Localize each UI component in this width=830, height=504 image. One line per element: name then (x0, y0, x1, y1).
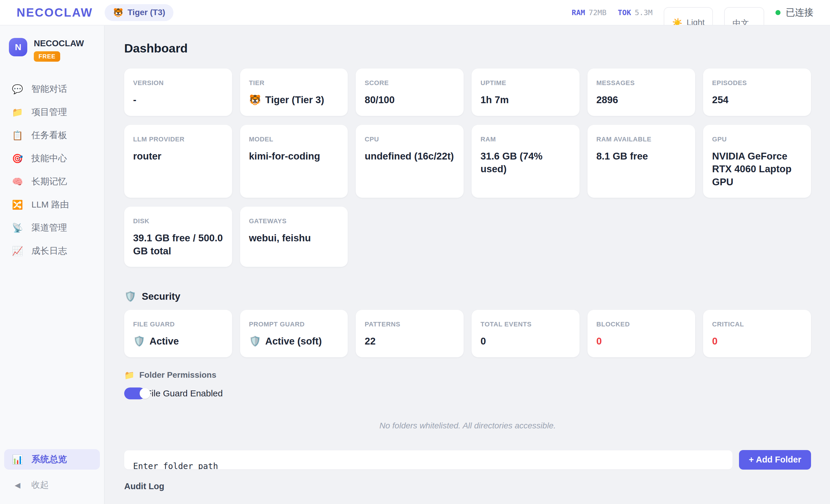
file-guard-toggle-label: File Guard Enabled (146, 388, 223, 399)
stat-card-value-text: Tiger (Tier 3) (265, 93, 324, 106)
security-heading-label: Security (142, 291, 180, 302)
stat-card-gateways: GATEWAYSwebui, feishu (240, 207, 348, 267)
stat-card-prompt-guard: PROMPT GUARD🛡️Active (soft) (240, 310, 348, 357)
stat-card-value-text: 0 (597, 335, 602, 348)
stat-card-value-text: 0 (712, 335, 717, 348)
stat-card-value-text: undefined (16c/22t) (364, 150, 454, 163)
stat-card-episodes: EPISODES254 (703, 68, 811, 116)
stat-card-label: BLOCKED (597, 320, 687, 328)
sidebar-item-label: 长期记忆 (31, 176, 67, 188)
stat-card-value: kimi-for-coding (249, 150, 339, 163)
stat-card-value: 0 (597, 335, 687, 348)
theme-select[interactable]: ☀️ Light (664, 7, 713, 26)
stat-card-file-guard: FILE GUARD🛡️Active (124, 310, 232, 357)
stat-card-value-text: 0 (480, 335, 486, 348)
stat-card-uptime: UPTIME1h 7m (472, 68, 579, 116)
stat-card-value: router (133, 150, 223, 163)
sidebar-item-label: 技能中心 (31, 152, 67, 164)
tiger-icon: 🐯 (249, 93, 261, 106)
stat-card-patterns: PATTERNS22 (356, 310, 464, 357)
sidebar-item-label: 任务看板 (31, 129, 67, 141)
stat-card-messages: MESSAGES2896 (587, 68, 695, 116)
bar-chart-icon: 📊 (11, 454, 24, 465)
connection-status-label: 已连接 (786, 6, 813, 19)
stat-card-value-text: - (133, 93, 136, 106)
avatar: N (9, 38, 27, 56)
sidebar-item-[interactable]: 📋任务看板 (4, 125, 100, 146)
sidebar-item-[interactable]: 💬智能对话 (4, 79, 100, 99)
chart-up-icon: 📈 (11, 246, 24, 256)
stat-card-value-text: 31.6 GB (74% used) (480, 150, 571, 176)
main-content: Dashboard VERSION-TIER🐯Tiger (Tier 3)SCO… (105, 26, 830, 504)
stat-card-disk: DISK39.1 GB free / 500.0 GB total (124, 207, 232, 267)
sidebar-item-system-overview[interactable]: 📊 系统总览 (4, 449, 100, 470)
folder-permissions-heading-label: Folder Permissions (139, 370, 216, 380)
ram-metric-value: 72MB (589, 8, 606, 17)
stat-card-value-text: 22 (364, 335, 376, 348)
stats-grid: VERSION-TIER🐯Tiger (Tier 3)SCORE80/100UP… (124, 68, 811, 267)
sidebar-collapse-button[interactable]: ◀ 收起 (4, 474, 100, 496)
stat-card-value-text: 254 (712, 93, 728, 106)
stat-card-value: 80/100 (364, 93, 455, 106)
stat-card-label: DISK (133, 217, 223, 225)
audit-log-heading: Audit Log (124, 481, 811, 491)
stat-card-label: FILE GUARD (133, 320, 223, 328)
sidebar-item-llm[interactable]: 🔀LLM 路由 (4, 194, 100, 215)
language-select-value: 中文 (732, 18, 749, 26)
sidebar-item-[interactable]: 🎯技能中心 (4, 148, 100, 169)
sidebar-item-[interactable]: 📈成长日志 (4, 241, 100, 261)
chat-bubble-icon: 💬 (11, 84, 24, 94)
top-bar-left: NECOCLAW 🐯 Tiger (T3) (17, 4, 173, 21)
sidebar-nav: 💬智能对话📁项目管理📋任务看板🎯技能中心🧠长期记忆🔀LLM 路由📡渠道管理📈成长… (4, 79, 100, 261)
file-guard-toggle[interactable] (124, 387, 146, 399)
stat-card-label: EPISODES (712, 79, 802, 87)
security-stats-grid: FILE GUARD🛡️ActivePROMPT GUARD🛡️Active (… (124, 310, 811, 357)
stat-card-label: PROMPT GUARD (249, 320, 339, 328)
sidebar-bottom: 📊 系统总览 ◀ 收起 (4, 449, 100, 496)
clipboard-icon: 📋 (11, 130, 24, 140)
app-logo: NECOCLAW (17, 6, 93, 19)
stat-card-value: 8.1 GB free (597, 150, 687, 163)
token-metric-label: TOK (618, 8, 631, 17)
stat-card-model: MODELkimi-for-coding (240, 125, 348, 198)
stat-card-label: LLM PROVIDER (133, 135, 223, 143)
stat-card-cpu: CPUundefined (16c/22t) (356, 125, 464, 198)
stat-card-value: 🐯Tiger (Tier 3) (249, 93, 339, 106)
sidebar-item-[interactable]: 📡渠道管理 (4, 218, 100, 238)
stat-card-critical: CRITICAL0 (703, 310, 811, 357)
stat-card-value: 1h 7m (480, 93, 571, 106)
stat-card-value: 2896 (597, 93, 687, 106)
stat-card-value-text: router (133, 150, 161, 163)
stat-card-value-text: 2896 (597, 93, 618, 106)
stat-card-value-text: 39.1 GB free / 500.0 GB total (133, 231, 223, 257)
brain-icon: 🧠 (11, 177, 24, 187)
stat-card-label: GATEWAYS (249, 217, 339, 225)
add-folder-button[interactable]: + Add Folder (739, 450, 811, 470)
stat-card-label: MESSAGES (597, 79, 687, 87)
folders-empty-message: No folders whitelisted. All directories … (124, 421, 811, 431)
file-guard-toggle-row: File Guard Enabled (124, 387, 811, 400)
collapse-arrow-icon: ◀ (11, 481, 24, 490)
stat-card-value-text: NVIDIA GeForce RTX 4060 Laptop GPU (712, 150, 802, 189)
stat-card-value-text: 8.1 GB free (597, 150, 648, 163)
sidebar-item-[interactable]: 🧠长期记忆 (4, 171, 100, 192)
folder-permissions-heading: 📁 Folder Permissions (124, 370, 811, 380)
stat-card-value: 22 (364, 335, 455, 348)
theme-select-value: Light (687, 18, 705, 26)
sidebar: N NECOCLAW FREE 💬智能对话📁项目管理📋任务看板🎯技能中心🧠长期记… (0, 26, 105, 504)
sidebar-item-[interactable]: 📁项目管理 (4, 102, 100, 122)
folder-path-input-text: Enter folder path (133, 461, 724, 469)
folder-icon: 📁 (11, 107, 24, 117)
connection-status: 已连接 (775, 6, 813, 19)
stat-card-label: VERSION (133, 79, 223, 87)
target-icon: 🎯 (11, 153, 24, 164)
stat-card-label: CPU (364, 135, 455, 143)
satellite-icon: 📡 (11, 223, 24, 233)
stat-card-total-events: TOTAL EVENTS0 (472, 310, 579, 357)
shield-icon: 🛡️ (133, 335, 145, 348)
language-select[interactable]: 中文 (724, 7, 764, 26)
tier-chip[interactable]: 🐯 Tiger (T3) (105, 4, 173, 21)
page-title: Dashboard (124, 41, 811, 56)
folder-path-input[interactable]: Enter folder path (124, 450, 732, 469)
stat-card-label: MODEL (249, 135, 339, 143)
